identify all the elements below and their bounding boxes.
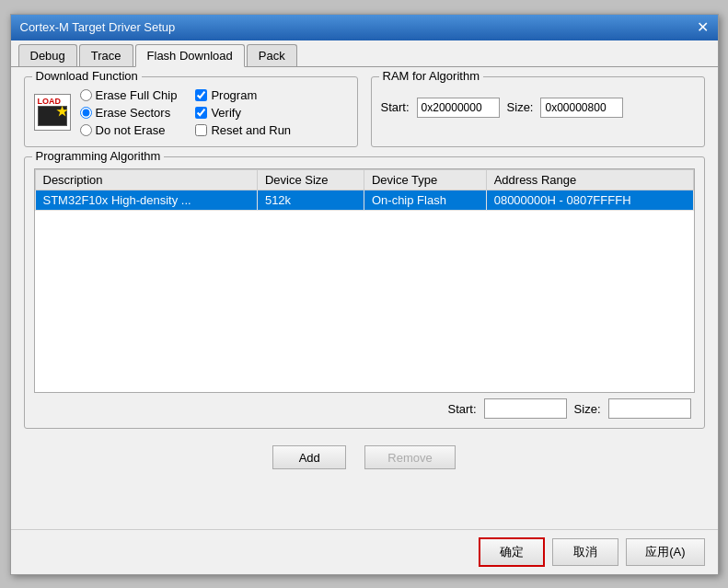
radio-no-erase[interactable]: Do not Erase: [80, 123, 178, 137]
tab-pack[interactable]: Pack: [247, 44, 297, 66]
cell-description: STM32F10x High-density ...: [35, 190, 257, 210]
col-device-type: Device Type: [364, 169, 486, 190]
download-function-group: Download Function LOAD ★ Erase Full Chip: [24, 76, 358, 147]
ram-for-algorithm-legend: RAM for Algorithm: [379, 69, 483, 83]
programming-algorithm-group: Programming Algorithm Description Device…: [24, 156, 705, 430]
tab-flash-download[interactable]: Flash Download: [135, 44, 245, 67]
programming-algorithm-legend: Programming Algorithm: [32, 149, 165, 163]
add-remove-row: Add Remove: [24, 445, 705, 469]
tab-trace[interactable]: Trace: [79, 44, 133, 66]
col-device-size: Device Size: [257, 169, 364, 190]
ok-button[interactable]: 确定: [479, 537, 545, 567]
table-header-row: Description Device Size Device Type Addr…: [35, 169, 693, 190]
top-row: Download Function LOAD ★ Erase Full Chip: [24, 76, 705, 147]
ram-start-label: Start:: [381, 100, 410, 114]
ram-start-input[interactable]: [417, 98, 500, 118]
download-function-legend: Download Function: [32, 69, 142, 83]
pa-size-input[interactable]: [608, 398, 691, 419]
algorithm-table-container: Description Device Size Device Type Addr…: [34, 168, 695, 394]
radio-erase-full[interactable]: Erase Full Chip: [80, 88, 178, 102]
col-address-range: Address Range: [486, 169, 693, 190]
table-row[interactable]: STM32F10x High-density ... 512k On-chip …: [35, 190, 693, 210]
close-button[interactable]: ✕: [697, 20, 709, 35]
erase-options: Erase Full Chip Erase Sectors Do not Era…: [80, 88, 178, 137]
title-bar: Cortex-M Target Driver Setup ✕: [11, 15, 718, 40]
start-size-row: Start: Size:: [34, 398, 695, 419]
algorithm-table: Description Device Size Device Type Addr…: [35, 169, 694, 211]
cell-address-range: 08000000H - 0807FFFFH: [486, 190, 693, 210]
ram-row: Start: Size:: [381, 98, 695, 118]
pa-start-label: Start:: [448, 402, 477, 416]
ram-for-algorithm-group: RAM for Algorithm Start: Size:: [371, 76, 705, 147]
pa-size-label: Size:: [574, 402, 601, 416]
remove-button[interactable]: Remove: [364, 445, 455, 469]
checkbox-verify[interactable]: Verify: [195, 106, 291, 120]
col-description: Description: [35, 169, 257, 190]
dialog-window: Cortex-M Target Driver Setup ✕ Debug Tra…: [10, 14, 719, 575]
tab-debug[interactable]: Debug: [18, 44, 77, 66]
checkbox-program[interactable]: Program: [195, 88, 291, 102]
ram-size-label: Size:: [507, 100, 534, 114]
bottom-bar: 确定 取消 应用(A): [11, 529, 718, 574]
program-options: Program Verify Reset and Run: [195, 88, 291, 137]
radio-erase-sectors[interactable]: Erase Sectors: [80, 106, 178, 120]
cancel-button[interactable]: 取消: [552, 538, 618, 566]
checkbox-reset-run[interactable]: Reset and Run: [195, 123, 291, 137]
add-button[interactable]: Add: [272, 445, 346, 469]
df-inner: LOAD ★ Erase Full Chip Erase Sectors: [34, 88, 348, 137]
cell-device-size: 512k: [257, 190, 364, 210]
apply-button[interactable]: 应用(A): [626, 538, 704, 566]
load-icon: LOAD ★: [34, 94, 71, 131]
cell-device-type: On-chip Flash: [364, 190, 486, 210]
load-icon-star: ★: [56, 104, 68, 119]
ram-size-input[interactable]: [540, 98, 623, 118]
tab-bar: Debug Trace Flash Download Pack: [11, 40, 718, 67]
main-content: Download Function LOAD ★ Erase Full Chip: [11, 67, 718, 529]
dialog-title: Cortex-M Target Driver Setup: [20, 20, 176, 34]
pa-start-input[interactable]: [484, 398, 567, 419]
